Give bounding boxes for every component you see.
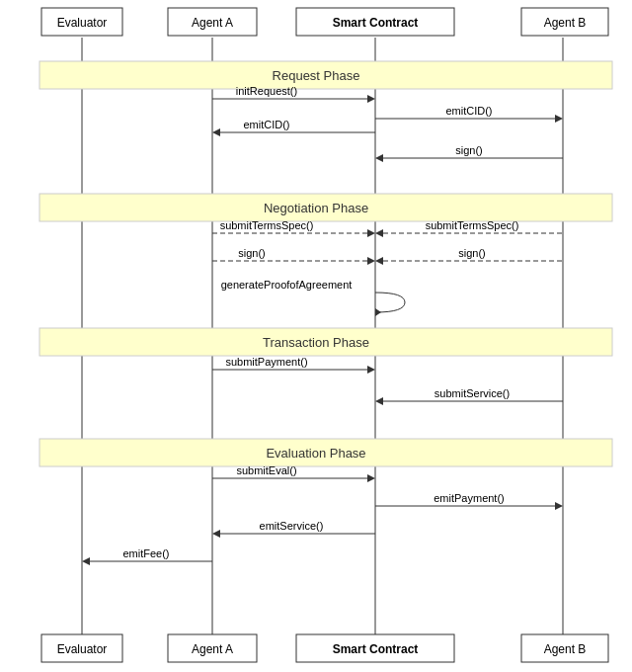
svg-text:Agent A: Agent A (192, 16, 233, 30)
svg-marker-24 (375, 229, 383, 237)
svg-text:Evaluation Phase: Evaluation Phase (266, 446, 365, 461)
svg-text:emitCID(): emitCID() (243, 119, 289, 130)
svg-text:emitFee(): emitFee() (122, 547, 169, 559)
svg-text:Request Phase: Request Phase (273, 68, 360, 83)
svg-text:submitEval(): submitEval() (236, 464, 296, 476)
svg-text:Evaluator: Evaluator (57, 642, 108, 656)
svg-text:emitService(): emitService() (260, 520, 324, 532)
svg-text:Smart Contract: Smart Contract (333, 642, 419, 656)
sequence-diagram: Request Phase initRequest() emitCID() em… (0, 0, 632, 672)
svg-text:Agent A: Agent A (192, 642, 233, 656)
svg-marker-54 (82, 557, 90, 565)
svg-text:Smart Contract: Smart Contract (333, 16, 419, 30)
svg-text:submitService(): submitService() (434, 387, 510, 399)
svg-text:submitTermsSpec(): submitTermsSpec() (426, 219, 519, 231)
svg-marker-16 (375, 154, 383, 162)
svg-text:Evaluator: Evaluator (57, 16, 108, 30)
svg-marker-45 (367, 474, 375, 482)
svg-text:submitTermsSpec(): submitTermsSpec() (220, 219, 314, 231)
svg-marker-13 (212, 128, 220, 136)
svg-text:Agent B: Agent B (544, 642, 587, 656)
svg-marker-30 (375, 257, 383, 265)
svg-text:sign(): sign() (238, 247, 266, 259)
svg-text:generateProofofAgreement: generateProofofAgreement (221, 279, 353, 291)
svg-marker-37 (367, 366, 375, 374)
svg-text:Transaction Phase: Transaction Phase (263, 335, 369, 350)
svg-text:sign(): sign() (455, 144, 483, 156)
svg-text:Agent B: Agent B (544, 16, 587, 30)
svg-marker-33 (375, 308, 381, 316)
svg-marker-40 (375, 397, 383, 405)
svg-marker-21 (367, 229, 375, 237)
svg-marker-7 (367, 95, 375, 103)
svg-text:emitCID(): emitCID() (445, 105, 492, 117)
svg-marker-10 (555, 115, 563, 123)
svg-text:initRequest(): initRequest() (236, 85, 297, 97)
svg-text:sign(): sign() (458, 247, 486, 259)
svg-marker-51 (212, 530, 220, 538)
svg-text:submitPayment(): submitPayment() (225, 356, 307, 368)
svg-text:emitPayment(): emitPayment() (434, 492, 505, 504)
svg-marker-48 (555, 502, 563, 510)
svg-marker-27 (367, 257, 375, 265)
svg-text:Negotiation Phase: Negotiation Phase (264, 201, 368, 215)
